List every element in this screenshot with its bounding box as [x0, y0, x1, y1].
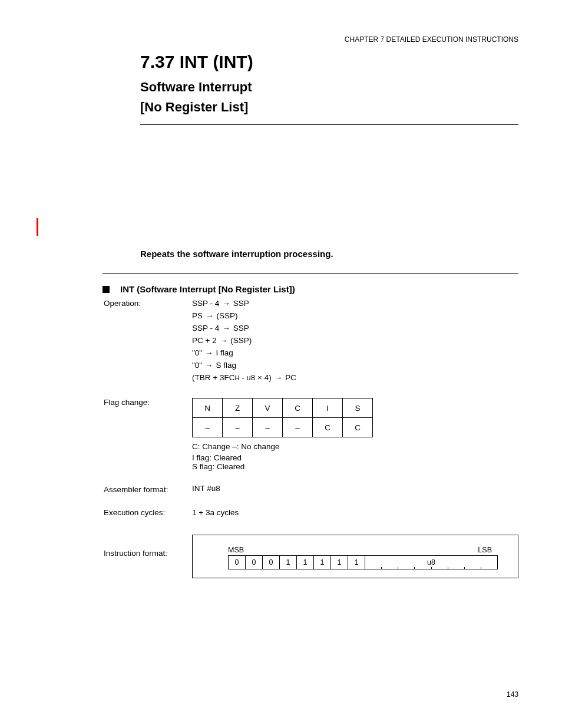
flag-change-label: Flag change:	[104, 398, 192, 407]
opcode-bit: 0	[246, 556, 263, 569]
operation-line: PS → (SSP)	[192, 310, 238, 322]
bit-ticks	[365, 567, 497, 569]
flags-table: N Z V C I S – – – – C C	[192, 398, 373, 437]
mnemonic-heading: 7.37 INT (INT)	[140, 52, 518, 72]
flag-header: N	[193, 398, 223, 418]
operation-label: Operation:	[104, 298, 192, 384]
divider	[103, 273, 518, 274]
operation-line: "0" → S flag	[192, 360, 236, 372]
operation-line: "0" → I flag	[192, 347, 233, 360]
flag-header: C	[283, 398, 313, 418]
instruction-format-box: MSB LSB 0 0 0 1 1 1 1 1	[192, 535, 518, 578]
opcode-bit: 0	[263, 556, 280, 569]
flag-value: –	[193, 418, 223, 437]
opcode-table: 0 0 0 1 1 1 1 1 u8	[228, 555, 498, 569]
format-label: Instruction format:	[104, 535, 192, 558]
flag-legend: C: Change –: No change	[192, 442, 518, 451]
opcode-bit: 1	[314, 556, 331, 569]
opcode-bit: 1	[331, 556, 348, 569]
msb-label: MSB	[228, 546, 244, 554]
divider	[140, 124, 518, 125]
opcode-bit: 1	[280, 556, 297, 569]
lsb-label: LSB	[478, 546, 492, 554]
assembler-format-value: INT #u8	[192, 484, 518, 493]
operation-line: SSP - 4 → SSP	[192, 298, 249, 310]
flag-header: V	[253, 398, 283, 418]
title-line-1: Software Interrupt	[140, 79, 518, 95]
operation-line: SSP - 4 → SSP	[192, 322, 249, 335]
chapter-path: CHAPTER 7 DETAILED EXECUTION INSTRUCTION…	[345, 35, 518, 44]
summary-description: Repeats the software interruption proces…	[140, 249, 518, 259]
flag-value: C	[343, 418, 373, 437]
bullet-icon	[103, 286, 110, 293]
flag-header: I	[313, 398, 343, 418]
opcode-bit: 1	[297, 556, 314, 569]
cycles-value: 1 + 3a cycles	[192, 508, 518, 517]
flag-value: –	[283, 418, 313, 437]
flag-note: I flag: Cleared	[192, 453, 518, 462]
flag-value: –	[253, 418, 283, 437]
title-line-2: [No Register List]	[140, 99, 518, 116]
opcode-bit: 1	[348, 556, 365, 569]
flag-value: –	[223, 418, 253, 437]
operation-line: (TBR + 3FCH - u8 × 4) → PC	[192, 372, 296, 384]
flag-header: Z	[223, 398, 253, 418]
section-heading: INT (Software Interrupt [No Register Lis…	[120, 284, 295, 294]
opcode-bit: 0	[229, 556, 246, 569]
flag-header: S	[343, 398, 373, 418]
operation-line: PC + 2 → (SSP)	[192, 335, 252, 347]
flag-value: C	[313, 418, 343, 437]
operand-field: u8	[427, 558, 435, 566]
flag-note: S flag: Cleared	[192, 462, 518, 471]
page-number: 143	[507, 690, 518, 699]
assembler-format-label: Assembler format:	[104, 485, 192, 494]
change-bar	[37, 218, 38, 236]
cycles-label: Execution cycles:	[104, 508, 192, 517]
